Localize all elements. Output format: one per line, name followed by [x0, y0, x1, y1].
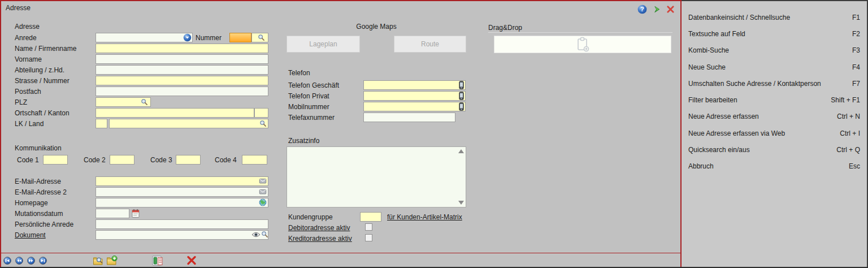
- name-input[interactable]: [96, 44, 268, 53]
- lk-input[interactable]: [96, 119, 107, 128]
- land-search-icon[interactable]: [259, 120, 267, 127]
- kreditoradresse-link[interactable]: Kreditoradresse aktiv: [288, 235, 352, 243]
- mutationsdatum-label: Mutationsdatum: [15, 210, 63, 218]
- persoenliche-anrede-input[interactable]: [96, 219, 268, 229]
- zusatzinfo-textarea[interactable]: [287, 146, 466, 208]
- menu-item-shortcut: Esc: [849, 162, 860, 170]
- menu-item-label: Umschalten Suche Adresse / Kontaktperson: [688, 80, 821, 88]
- menu-item-shortcut: Ctrl + I: [840, 129, 860, 137]
- vorname-input[interactable]: [96, 54, 268, 64]
- anrede-dropdown-icon[interactable]: [183, 33, 192, 42]
- folder-search-icon[interactable]: [93, 255, 105, 266]
- nummer-label: Nummer: [196, 34, 222, 42]
- email1-input[interactable]: [96, 176, 268, 186]
- telefaxnummer-input[interactable]: [363, 113, 455, 122]
- mobilnummer-input[interactable]: [363, 102, 466, 111]
- code2-input[interactable]: [110, 155, 134, 165]
- kunden-artikel-matrix-link[interactable]: für Kunden-Artikel-Matrix: [387, 213, 462, 221]
- plz-search-icon[interactable]: [141, 98, 148, 106]
- last-record-icon[interactable]: [39, 257, 47, 265]
- menu-item[interactable]: Neue Adresse erfassenCtrl + N: [682, 109, 867, 125]
- menu-item[interactable]: Quicksearch ein/ausCtrl + Q: [682, 141, 867, 158]
- code4-label: Code 4: [215, 156, 237, 164]
- debitoradresse-link[interactable]: Debitoradresse aktiv: [288, 224, 350, 232]
- delete-icon[interactable]: [186, 256, 197, 265]
- calendar-icon[interactable]: [132, 209, 140, 218]
- strasse-input[interactable]: [96, 76, 268, 85]
- code4-input[interactable]: [242, 155, 267, 165]
- nummer-search-icon[interactable]: [258, 34, 265, 41]
- debitoradresse-checkbox[interactable]: [365, 223, 372, 231]
- email2-input[interactable]: [96, 187, 268, 197]
- close-icon[interactable]: [666, 5, 675, 14]
- land-input[interactable]: [109, 119, 268, 128]
- telefon-privat-input[interactable]: [363, 91, 466, 101]
- scroll-up-icon[interactable]: [458, 149, 464, 153]
- first-record-icon[interactable]: [3, 257, 11, 265]
- code1-input[interactable]: [43, 155, 68, 165]
- code2-label: Code 2: [84, 156, 106, 164]
- telefon-geschaeft-input[interactable]: [363, 80, 466, 90]
- dragdrop-title: Drag&Drop: [488, 24, 522, 32]
- menu-item[interactable]: Neue Adresse erfassen via WebCtrl + I: [682, 125, 867, 141]
- telefon-privat-phone-icon[interactable]: [459, 92, 464, 100]
- prev-record-icon[interactable]: [15, 257, 23, 265]
- abteilung-label: Abteilung / z.Hd.: [15, 66, 64, 74]
- menu-item[interactable]: Umschalten Suche Adresse / Kontaktperson…: [682, 75, 867, 92]
- postfach-input[interactable]: [96, 87, 268, 96]
- route-button[interactable]: Route: [394, 36, 466, 53]
- mobilnummer-label: Mobilnummer: [288, 103, 329, 111]
- mobilnummer-phone-icon[interactable]: [459, 102, 464, 111]
- forward-icon[interactable]: [653, 5, 661, 14]
- zusatzinfo-scrollbar[interactable]: [457, 148, 465, 206]
- svg-text:?: ?: [640, 6, 644, 12]
- menu-item[interactable]: AbbruchEsc: [682, 158, 867, 175]
- menu-item-label: Quicksearch ein/aus: [688, 146, 750, 154]
- dokument-link[interactable]: Dokument: [15, 231, 46, 239]
- dokument-search-icon[interactable]: [261, 231, 268, 238]
- address-window: Adresse ? Adresse Anrede Name / Firmenna…: [0, 0, 868, 268]
- ortschaft-input[interactable]: [96, 108, 254, 118]
- dragdrop-area[interactable]: [494, 36, 671, 53]
- scroll-down-icon[interactable]: [458, 201, 464, 205]
- code1-label: Code 1: [17, 156, 39, 164]
- next-record-icon[interactable]: [27, 257, 35, 265]
- abteilung-input[interactable]: [96, 65, 268, 75]
- menu-item-label: Kombi-Suche: [688, 46, 729, 54]
- plz-label: PLZ: [15, 98, 27, 106]
- telefon-geschaeft-phone-icon[interactable]: [459, 81, 464, 89]
- help-icon[interactable]: ?: [637, 5, 647, 14]
- toolbar-divider: [1, 253, 680, 253]
- kundengruppe-input[interactable]: [360, 212, 381, 222]
- nummer-input[interactable]: [229, 33, 251, 42]
- dokument-view-icon[interactable]: [251, 231, 261, 238]
- kanton-input[interactable]: [254, 108, 268, 118]
- form-view-icon[interactable]: [152, 255, 163, 266]
- dragdrop-divider: [488, 32, 672, 33]
- email1-mail-icon[interactable]: [259, 177, 267, 185]
- strasse-label: Strasse / Nummer: [15, 77, 70, 85]
- menu-item[interactable]: Neue SucheF4: [682, 59, 867, 75]
- kundengruppe-label: Kundengruppe: [288, 213, 333, 221]
- menu-item-shortcut: F1: [852, 14, 860, 21]
- name-label: Name / Firmenname: [15, 45, 76, 53]
- homepage-globe-icon[interactable]: [259, 198, 267, 206]
- lageplan-button[interactable]: Lageplan: [287, 36, 360, 53]
- email2-mail-icon[interactable]: [259, 188, 267, 196]
- persoenliche-anrede-label: Persönliche Anrede: [15, 221, 73, 228]
- menu-item[interactable]: Textsuche auf FeldF2: [682, 25, 867, 42]
- code3-input[interactable]: [176, 155, 201, 165]
- homepage-input[interactable]: [96, 198, 268, 208]
- telefaxnummer-label: Telefaxnummer: [288, 114, 335, 122]
- kreditoradresse-checkbox[interactable]: [365, 234, 372, 241]
- menu-item-label: Neue Adresse erfassen via Web: [688, 129, 785, 137]
- menu-item[interactable]: Kombi-SucheF3: [682, 42, 867, 59]
- menu-item[interactable]: Filter bearbeitenShift + F1: [682, 92, 867, 108]
- menu-item-shortcut: F2: [852, 30, 860, 38]
- anrede-input[interactable]: [96, 33, 193, 42]
- dokument-input[interactable]: [96, 230, 268, 240]
- folder-add-icon[interactable]: [106, 255, 118, 266]
- mutationsdatum-input[interactable]: [96, 209, 129, 218]
- menu-item[interactable]: Datenbankeinsicht / SchnellsucheF1: [682, 9, 867, 25]
- menu-item-shortcut: F3: [852, 46, 860, 54]
